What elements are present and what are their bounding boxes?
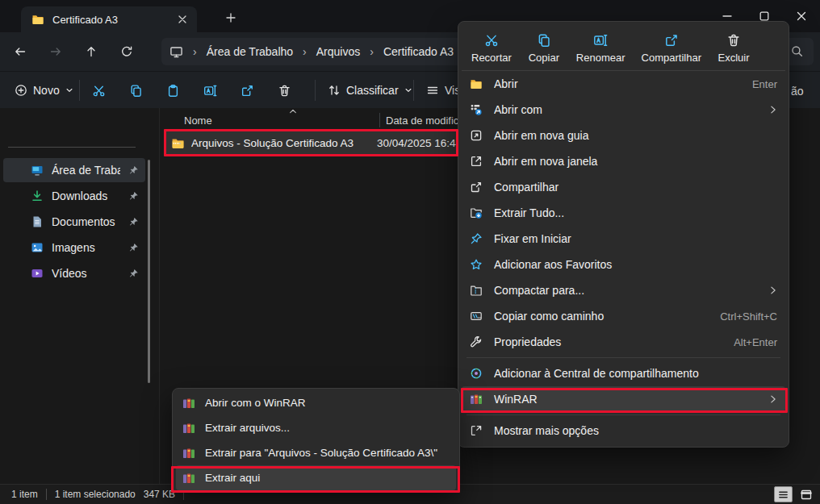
annotation-box-extrair-aqui (171, 466, 460, 493)
up-button[interactable] (77, 38, 105, 65)
winrar-icon (182, 397, 195, 410)
folder-icon (31, 13, 44, 26)
menu-item-fixar-iniciar[interactable]: Fixar em Iniciar (462, 226, 785, 252)
new-window-icon (470, 155, 483, 168)
menu-item-mostrar-mais-opcoes[interactable]: Mostrar mais opções (462, 418, 785, 444)
new-tab-button[interactable] (220, 10, 242, 26)
sidebar-item-downloads[interactable]: Downloads (3, 184, 145, 208)
chevron-right-icon (769, 285, 777, 295)
view-list-icon (426, 84, 439, 97)
submenu-item-abrir-com-winrar[interactable]: Abrir com o WinRAR (176, 390, 456, 415)
quick-action-renomear[interactable]: Renomear (575, 31, 627, 65)
pin-icon (470, 232, 483, 245)
menu-item-compartilhar[interactable]: Compartilhar (462, 174, 785, 200)
tab-certificado-a3[interactable]: Certificado A3 (21, 6, 197, 32)
menu-item-central-compartilhamento[interactable]: Adicionar à Central de compartilhamento (462, 360, 785, 386)
share-icon (470, 181, 483, 194)
menu-item-abrir-nova-janela[interactable]: Abrir em nova janela (462, 148, 785, 174)
menu-separator (466, 357, 780, 358)
menu-item-propriedades[interactable]: Propriedades Alt+Enter (462, 329, 785, 355)
quick-action-excluir[interactable]: Excluir (716, 31, 751, 65)
cut-icon (484, 33, 499, 48)
sidebar-item-label: Vídeos (52, 267, 120, 280)
winrar-icon (182, 447, 195, 460)
back-button[interactable] (6, 38, 34, 65)
pin-icon (128, 269, 139, 279)
delete-icon (726, 33, 741, 48)
column-header-nome[interactable]: Nome (184, 111, 212, 129)
shortcut-label: Enter (752, 78, 777, 90)
quick-actions-row: Recortar Copiar Renomear Compartilhar (462, 25, 785, 71)
shortcut-label: Ctrl+Shift+C (720, 310, 777, 323)
copy-button[interactable] (121, 77, 150, 104)
forward-button[interactable] (42, 38, 69, 65)
annotation-box-file-row (164, 129, 458, 156)
refresh-button[interactable] (113, 38, 140, 65)
new-button[interactable]: Novo (8, 79, 80, 102)
pin-icon (128, 165, 139, 176)
winrar-icon (182, 422, 195, 435)
sidebar-item-area-de-trabalho[interactable]: Área de Trabalho (3, 158, 145, 182)
sidebar: Área de Trabalho Downloads Documentos (0, 108, 158, 484)
status-divider (46, 489, 47, 500)
sidebar-item-videos[interactable]: Vídeos (3, 261, 145, 285)
breadcrumb-certificado-a3[interactable]: Certificado A3 (383, 45, 454, 58)
open-with-icon (470, 103, 483, 116)
menu-item-abrir-com[interactable]: Abrir com (462, 97, 785, 123)
rename-button[interactable] (195, 77, 224, 104)
pin-icon (128, 217, 139, 227)
sidebar-scrollbar[interactable] (148, 160, 150, 383)
menu-item-adicionar-favoritos[interactable]: Adicionar aos Favoritos (462, 252, 785, 277)
quick-action-copiar[interactable]: Copiar (526, 31, 562, 65)
chevron-down-icon (65, 86, 73, 94)
thumbnails-view-button[interactable] (797, 486, 815, 502)
extract-all-icon (470, 206, 483, 219)
sidebar-item-label: Documentos (52, 215, 120, 228)
sidebar-item-documentos[interactable]: Documentos (3, 210, 145, 234)
chevron-right-icon: › (365, 45, 379, 58)
quick-action-compartilhar[interactable]: Compartilhar (640, 31, 703, 65)
copy-path-icon (470, 310, 483, 323)
chevron-down-icon (404, 86, 412, 94)
tab-title: Certificado A3 (52, 14, 165, 26)
breadcrumb-area-de-trabalho[interactable]: Área de Trabalho (207, 45, 293, 58)
selection-count: 1 item selecionado (55, 489, 136, 500)
sidebar-item-imagens[interactable]: Imagens (3, 235, 145, 260)
details-view-button[interactable] (774, 486, 793, 502)
sort-button[interactable]: Classificar (321, 79, 419, 102)
rename-icon (593, 33, 608, 48)
new-button-label: Novo (33, 84, 60, 97)
paste-button[interactable] (158, 77, 187, 104)
copy-icon (537, 33, 551, 48)
compress-zip-icon (470, 284, 483, 297)
menu-item-extrair-tudo[interactable]: Extrair Tudo... (462, 200, 785, 226)
item-count: 1 item (11, 489, 38, 500)
submenu-item-extrair-para[interactable]: Extrair para "Arquivos - Solução Certifi… (176, 440, 456, 465)
sidebar-item-label: Imagens (52, 241, 120, 254)
videos-icon (31, 267, 44, 280)
pane-splitter[interactable] (159, 108, 160, 484)
search-icon (790, 44, 804, 58)
sidebar-item-label: Área de Trabalho (52, 164, 120, 177)
delete-button[interactable] (270, 77, 299, 104)
column-divider[interactable] (379, 113, 380, 127)
breadcrumb-arquivos[interactable]: Arquivos (316, 45, 360, 58)
sort-icon (328, 84, 341, 97)
menu-item-abrir[interactable]: Abrir Enter (462, 71, 785, 97)
share-button[interactable] (232, 77, 261, 104)
cut-button[interactable] (84, 77, 113, 104)
documents-icon (31, 215, 44, 228)
share-icon (664, 33, 679, 48)
more-options-icon (470, 424, 483, 437)
menu-item-abrir-nova-guia[interactable]: Abrir em nova guia (462, 123, 785, 148)
menu-item-copiar-como-caminho[interactable]: Copiar como caminho Ctrl+Shift+C (462, 303, 785, 329)
downloads-icon (31, 190, 44, 202)
quick-action-recortar[interactable]: Recortar (470, 31, 513, 65)
sidebar-divider (8, 147, 136, 148)
shortcut-label: Alt+Enter (734, 336, 777, 348)
file-explorer-window: Certificado A3 (0, 0, 820, 504)
tab-close-icon[interactable] (173, 10, 192, 29)
menu-item-compactar-para[interactable]: Compactar para... (462, 277, 785, 303)
submenu-item-extrair-arquivos[interactable]: Extrair arquivos... (176, 415, 456, 440)
chevron-right-icon (769, 105, 777, 115)
